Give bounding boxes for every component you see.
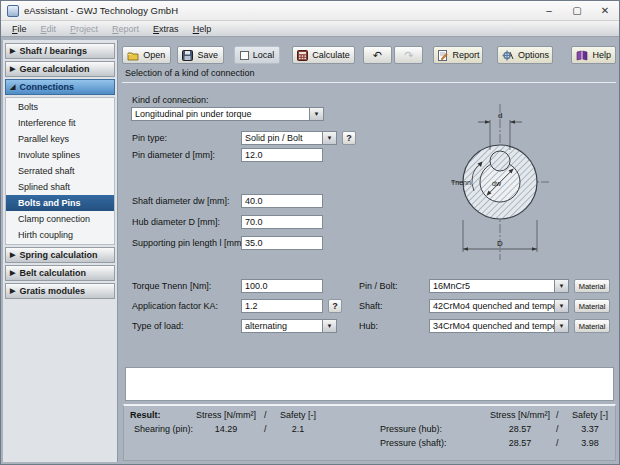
shearing-pin-stress: 14.29: [196, 424, 256, 434]
save-button[interactable]: Save: [177, 46, 224, 64]
open-folder-icon: [127, 50, 139, 61]
chevron-down-icon[interactable]: ▼: [322, 319, 337, 333]
local-checkbox-label: Local: [253, 50, 275, 60]
chevron-down-icon[interactable]: ▼: [309, 107, 324, 121]
title-bar: eAssistant - GWJ Technology GmbH – ▢ ✕: [1, 1, 619, 21]
calculate-button[interactable]: Calculate: [292, 46, 355, 64]
slash: /: [556, 438, 559, 448]
help-button[interactable]: Help: [571, 46, 616, 64]
chevron-down-icon[interactable]: ▼: [554, 279, 569, 293]
pressure-shaft-safety: 3.98: [568, 438, 612, 448]
sidebar-header-gear-calculation[interactable]: ▶ Gear calculation: [5, 61, 115, 77]
chevron-down-icon[interactable]: ▼: [554, 299, 569, 313]
sidebar-item-hirth-coupling[interactable]: Hirth coupling: [6, 227, 114, 243]
undo-button[interactable]: ↶: [363, 46, 392, 64]
calculator-icon: [297, 50, 308, 61]
app-window: eAssistant - GWJ Technology GmbH – ▢ ✕ F…: [0, 0, 620, 465]
application-factor-input[interactable]: [241, 299, 323, 313]
pressure-hub-stress: 28.57: [490, 424, 550, 434]
pressure-shaft-label: Pressure (shaft):: [380, 438, 447, 448]
hub-diameter-input[interactable]: [241, 215, 323, 229]
hub-material-button[interactable]: Material: [574, 319, 610, 333]
menu-file[interactable]: File: [5, 23, 34, 35]
pin-diameter-input[interactable]: [241, 148, 323, 162]
sidebar-header-label: Connections: [19, 82, 74, 92]
sidebar-item-bolts-and-pins[interactable]: Bolts and Pins: [6, 195, 114, 211]
chevron-expanded-icon: ◢: [10, 83, 15, 91]
pin-material-button[interactable]: Material: [574, 279, 610, 293]
local-checkbox-group[interactable]: Local: [234, 46, 281, 64]
sidebar-header-belt-calculation[interactable]: ▶ Belt calculation: [5, 265, 115, 281]
chevron-right-icon: ▶: [10, 269, 15, 277]
redo-icon: ↷: [404, 50, 413, 61]
slash: /: [556, 424, 559, 434]
pin-bolt-material-select[interactable]: 16MnCr5 ▼: [429, 279, 569, 293]
hub-material-select[interactable]: 34CrMo4 quenched and tempered ▼: [429, 319, 569, 333]
options-button[interactable]: Options: [497, 46, 553, 64]
sidebar-header-label: Gear calculation: [19, 64, 89, 74]
sidebar-item-serrated-shaft[interactable]: Serrated shaft: [6, 163, 114, 179]
app-icon: [7, 5, 19, 17]
shaft-diameter-input[interactable]: [241, 194, 323, 208]
report-button[interactable]: Report: [433, 46, 483, 64]
sidebar-header-shaft-bearings[interactable]: ▶ Shaft / bearings: [5, 43, 115, 59]
options-tools-icon: [502, 50, 514, 61]
pin-length-label: Supporting pin length l [mm]:: [132, 238, 247, 248]
application-factor-help-button[interactable]: ?: [328, 299, 342, 313]
pin-length-input[interactable]: [241, 236, 323, 250]
shaft-material-value: 42CrMo4 quenched and tempered: [429, 299, 554, 313]
diagram-label-tnenn: Tnenn: [451, 179, 471, 186]
type-of-load-select[interactable]: alternating ▼: [241, 319, 337, 333]
diagram-label-dw: dw: [492, 180, 502, 187]
sidebar-item-bolts[interactable]: Bolts: [6, 99, 114, 115]
pin-diameter-label: Pin diameter d [mm]:: [132, 150, 215, 160]
shearing-pin-label: Shearing (pin):: [134, 424, 193, 434]
undo-icon: ↶: [373, 50, 382, 61]
sidebar-item-involute-splines[interactable]: Involute splines: [6, 147, 114, 163]
result-panel: Result: Stress [N/mm²] / Safety [-] Stre…: [123, 404, 616, 461]
slash: /: [264, 410, 267, 420]
pin-type-select[interactable]: Solid pin / Bolt ▼: [241, 131, 337, 145]
slash: /: [264, 424, 267, 434]
toolbar: Open Save Local Calculate ↶: [122, 44, 616, 66]
torque-label: Torque Tnenn [Nm]:: [132, 281, 211, 291]
slash: /: [556, 410, 559, 420]
chevron-down-icon[interactable]: ▼: [554, 319, 569, 333]
sidebar-item-clamp-connection[interactable]: Clamp connection: [6, 211, 114, 227]
menu-edit: Edit: [34, 23, 64, 35]
stress-header-right: Stress [N/mm²]: [490, 410, 550, 420]
kind-of-connection-label: Kind of connection:: [132, 95, 209, 105]
calculate-button-label: Calculate: [312, 50, 350, 60]
sidebar-item-interference-fit[interactable]: Interference fit: [6, 115, 114, 131]
kind-of-connection-select[interactable]: Longitudinal pin under torque ▼: [131, 107, 324, 121]
open-button[interactable]: Open: [122, 46, 171, 64]
sidebar-header-label: Gratis modules: [19, 286, 85, 296]
torque-input[interactable]: [241, 279, 323, 293]
report-document-icon: [437, 50, 448, 61]
shaft-material-select[interactable]: 42CrMo4 quenched and tempered ▼: [429, 299, 569, 313]
sidebar-header-gratis-modules[interactable]: ▶ Gratis modules: [5, 283, 115, 299]
sidebar-header-spring-calculation[interactable]: ▶ Spring calculation: [5, 247, 115, 263]
chevron-down-icon[interactable]: ▼: [322, 131, 337, 145]
result-title: Result:: [130, 410, 161, 420]
shaft-material-label: Shaft:: [359, 301, 383, 311]
hub-material-label: Hub:: [359, 321, 378, 331]
close-button[interactable]: ✕: [591, 1, 619, 20]
menu-help[interactable]: Help: [186, 23, 219, 35]
minimize-button[interactable]: –: [535, 1, 563, 20]
menu-extras[interactable]: Extras: [146, 23, 186, 35]
help-button-label: Help: [592, 50, 611, 60]
pin-type-help-button[interactable]: ?: [342, 131, 356, 145]
sidebar-header-connections[interactable]: ◢ Connections: [5, 79, 115, 95]
local-checkbox[interactable]: [240, 51, 249, 60]
safety-header-left: Safety [-]: [276, 410, 320, 420]
message-box: [125, 367, 614, 401]
main-area: ▶ Shaft / bearings ▶ Gear calculation ◢ …: [1, 38, 620, 465]
sidebar-item-splined-shaft[interactable]: Splined shaft: [6, 179, 114, 195]
chevron-right-icon: ▶: [10, 287, 15, 295]
content-area: Open Save Local Calculate ↶: [120, 40, 619, 464]
maximize-button[interactable]: ▢: [563, 1, 591, 20]
sidebar-item-parallel-keys[interactable]: Parallel keys: [6, 131, 114, 147]
shaft-material-button[interactable]: Material: [574, 299, 610, 313]
pin-type-label: Pin type:: [132, 133, 167, 143]
